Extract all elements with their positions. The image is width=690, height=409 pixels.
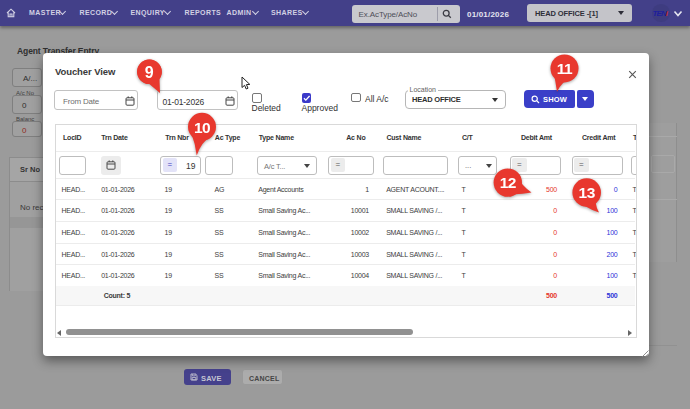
svg-text:10: 10 xyxy=(194,119,210,136)
svg-text:13: 13 xyxy=(579,184,596,201)
svg-text:9: 9 xyxy=(145,64,154,81)
svg-text:12: 12 xyxy=(500,174,516,191)
svg-text:11: 11 xyxy=(557,60,573,77)
